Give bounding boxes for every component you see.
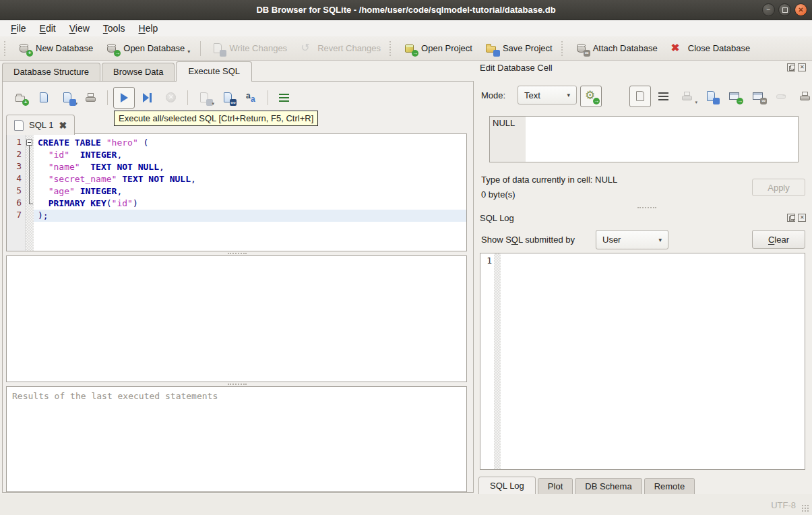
open-project-icon xyxy=(403,42,416,55)
badge-plus xyxy=(22,99,29,106)
dock-tab-sql-log[interactable]: SQL Log xyxy=(478,477,536,495)
menu-file[interactable]: File xyxy=(4,22,33,35)
tooltip-text: Execute all/selected SQL [Ctrl+Return, F… xyxy=(119,113,313,123)
menu-help[interactable]: Help xyxy=(132,22,165,35)
cell-value-editor[interactable]: NULL xyxy=(489,116,799,162)
new-database-button-label: New Database xyxy=(36,43,93,53)
code-line[interactable]: "secret_name" TEXT NOT NULL, xyxy=(34,173,466,185)
close-database-button[interactable]: Close Database xyxy=(664,39,757,58)
toolbar-separator xyxy=(107,90,108,105)
mode-select[interactable]: Text ▾ xyxy=(518,86,577,104)
results-grid[interactable] xyxy=(6,255,467,382)
dock-tab-db-schema[interactable]: DB Schema xyxy=(575,478,642,495)
splitter-handle[interactable] xyxy=(228,253,247,254)
word-wrap-button[interactable] xyxy=(653,86,675,107)
fold-guide xyxy=(26,185,34,198)
close-dock-icon[interactable] xyxy=(798,63,806,71)
gear-icon xyxy=(584,90,598,103)
find-button[interactable] xyxy=(217,87,239,109)
code-line[interactable]: ); xyxy=(34,210,466,222)
sql-log-dock: SQL Log Show SQL submitted by User ▾ Cle… xyxy=(476,207,809,494)
execute-current-line-button[interactable] xyxy=(137,87,158,109)
close-tab-icon[interactable]: ✖ xyxy=(59,121,67,130)
splitter-handle[interactable] xyxy=(637,207,656,208)
set-null-icon xyxy=(775,90,788,103)
float-dock-icon[interactable] xyxy=(787,214,795,222)
code-line[interactable]: "name" TEXT NOT NULL, xyxy=(34,161,466,173)
import-data-icon xyxy=(681,90,694,103)
code-area[interactable]: CREATE TABLE "hero" ( "id" INTEGER, "nam… xyxy=(34,134,466,251)
log-filter-select[interactable]: User ▾ xyxy=(596,230,668,249)
close-dock-icon[interactable] xyxy=(798,214,806,222)
fold-marker[interactable] xyxy=(26,137,34,149)
resize-grip[interactable] xyxy=(801,504,809,512)
tab-execute-sql[interactable]: Execute SQL xyxy=(176,61,252,82)
print-button[interactable] xyxy=(80,87,102,109)
attach-database-icon xyxy=(575,42,588,55)
open-url-button[interactable] xyxy=(747,86,769,107)
code-line[interactable]: "id" INTEGER, xyxy=(34,149,466,161)
open-tab-button[interactable] xyxy=(9,87,31,109)
badge-floppy xyxy=(220,50,226,57)
export-icon xyxy=(728,90,741,103)
open-project-button-label: Open Project xyxy=(421,43,472,53)
dock-tab-plot[interactable]: Plot xyxy=(538,478,573,495)
menu-tools[interactable]: Tools xyxy=(96,22,132,35)
auto-switch-mode-button[interactable] xyxy=(580,86,602,107)
splitter-handle[interactable] xyxy=(228,384,247,385)
toolbar-handle[interactable] xyxy=(389,41,394,56)
float-dock-icon[interactable] xyxy=(787,63,795,71)
line-number: 7 xyxy=(7,210,25,222)
menu-view[interactable]: View xyxy=(63,22,96,35)
mode-value: Text xyxy=(524,90,540,100)
export-button[interactable] xyxy=(724,86,745,107)
save-project-button[interactable]: Save Project xyxy=(478,39,559,58)
sql-log-area[interactable]: 1 xyxy=(480,253,805,470)
save-as-button[interactable] xyxy=(700,86,722,107)
maximize-icon[interactable] xyxy=(778,3,791,16)
print-cell-button[interactable] xyxy=(794,86,812,107)
code-line[interactable]: PRIMARY KEY("id") xyxy=(34,198,466,210)
save-results-icon xyxy=(197,91,211,104)
execute-all-button[interactable] xyxy=(113,87,135,109)
minimize-icon[interactable]: − xyxy=(762,3,775,16)
toolbar-separator xyxy=(200,41,201,56)
menu-edit[interactable]: Edit xyxy=(33,22,63,35)
toolbar-handle[interactable] xyxy=(4,41,9,56)
open-sql-file-icon xyxy=(37,91,51,104)
line-number-gutter: 1234567 xyxy=(7,134,26,251)
new-database-button[interactable]: New Database xyxy=(11,39,99,58)
toolbar-handle[interactable] xyxy=(561,41,566,56)
sql-code-editor[interactable]: 1234567 CREATE TABLE "hero" ( "id" INTEG… xyxy=(6,133,467,251)
open-project-button[interactable]: Open Project xyxy=(397,39,478,58)
dock-tab-remote[interactable]: Remote xyxy=(644,478,695,495)
clear-button-label: Clear xyxy=(768,235,789,245)
save-sql-file-icon xyxy=(61,91,74,104)
close-icon[interactable]: ✕ xyxy=(794,3,807,16)
badge-arrow xyxy=(412,50,418,57)
window-controls: − ✕ xyxy=(762,3,807,16)
write-changes-button-label: Write Changes xyxy=(229,43,287,53)
sql-document-tab[interactable]: SQL 1 ✖ xyxy=(6,115,75,135)
close-database-button-label: Close Database xyxy=(688,43,751,53)
save-project-icon xyxy=(485,42,498,55)
indent-lines-button[interactable] xyxy=(274,87,295,109)
print-cell-icon xyxy=(799,90,812,103)
code-line[interactable]: "age" INTEGER, xyxy=(34,185,466,198)
results-message-area[interactable]: Results of the last executed statements xyxy=(6,386,467,492)
encoding-indicator: UTF-8 xyxy=(771,500,796,510)
open-sql-file-button[interactable] xyxy=(33,87,55,109)
document-icon xyxy=(14,120,24,131)
tab-database-structure[interactable]: Database Structure xyxy=(2,63,100,81)
tab-browse-data[interactable]: Browse Data xyxy=(102,63,175,81)
attach-database-button[interactable]: Attach Database xyxy=(569,39,664,58)
clear-log-button[interactable]: Clear xyxy=(752,230,805,249)
save-sql-file-button[interactable]: ▾ xyxy=(57,87,78,109)
dropdown-caret-icon[interactable]: ▾ xyxy=(187,49,190,55)
format-sql-button[interactable] xyxy=(241,87,262,109)
menubar: FileEditViewToolsHelp xyxy=(0,20,812,36)
chevron-down-icon: ▾ xyxy=(658,237,662,243)
code-line[interactable]: CREATE TABLE "hero" ( xyxy=(34,137,466,149)
open-database-button[interactable]: Open Database▾ xyxy=(99,39,196,58)
text-mode-button[interactable] xyxy=(629,86,651,107)
